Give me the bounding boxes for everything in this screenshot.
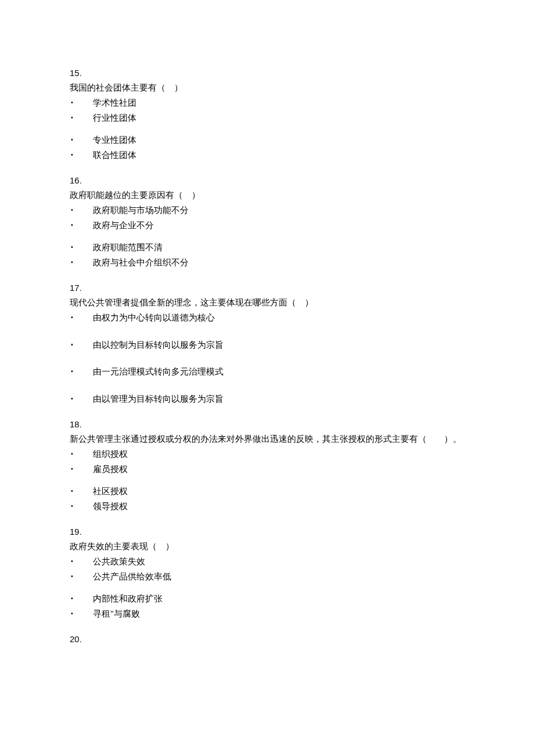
question-stem: 我国的社会团体主要有（ ） xyxy=(70,81,464,95)
bullet-icon: • xyxy=(70,204,74,217)
option-text: 政府职能与市场功能不分 xyxy=(93,204,189,217)
bullet-icon: • xyxy=(70,485,74,498)
question-stem: 新公共管理主张通过授权或分权的办法来对外界做出迅速的反映，其主张授权的形式主要有… xyxy=(70,433,464,446)
question-number: 17. xyxy=(70,282,464,295)
question-block: 18.新公共管理主张通过授权或分权的办法来对外界做出迅速的反映，其主张授权的形式… xyxy=(70,418,464,513)
bullet-icon: • xyxy=(70,311,74,324)
bullet-icon: • xyxy=(70,96,74,109)
bullet-icon: • xyxy=(70,592,74,605)
list-item: •政府与企业不分 xyxy=(70,219,464,232)
list-item: •由以管理为目标转向以服务为宗旨 xyxy=(70,393,464,406)
bullet-icon: • xyxy=(70,570,74,583)
option-list: •由权力为中心转向以道德为核心•由以控制为目标转向以服务为宗旨•由一元治理模式转… xyxy=(70,311,464,405)
question-block: 15.我国的社会团体主要有（ ）•学术性社团•行业性团体•专业性团体•联合性团体 xyxy=(70,67,464,161)
bullet-icon: • xyxy=(70,219,74,232)
question-block: 16.政府职能越位的主要原因有（ ）•政府职能与市场功能不分•政府与企业不分•政… xyxy=(70,174,464,269)
list-item: •公共产品供给效率低 xyxy=(70,570,464,584)
list-item: •领导授权 xyxy=(70,500,464,513)
option-list: •政府职能与市场功能不分•政府与企业不分•政府职能范围不清•政府与社会中介组织不… xyxy=(70,204,464,269)
option-text: 由以控制为目标转向以服务为宗旨 xyxy=(93,339,223,352)
list-item: •政府职能范围不清 xyxy=(70,241,464,254)
question-stem: 政府职能越位的主要原因有（ ） xyxy=(70,189,464,202)
option-text: 寻租"与腐败 xyxy=(93,607,140,621)
option-text: 政府与企业不分 xyxy=(93,219,154,232)
list-item: •专业性团体 xyxy=(70,134,464,147)
option-text: 专业性团体 xyxy=(93,134,136,147)
list-item: •联合性团体 xyxy=(70,149,464,162)
option-list: •学术性社团•行业性团体•专业性团体•联合性团体 xyxy=(70,96,464,161)
question-stem: 现代公共管理者提倡全新的理念，这主要体现在哪些方面（ ） xyxy=(70,296,464,309)
option-text: 由一元治理模式转向多元治理模式 xyxy=(93,365,223,379)
bullet-icon: • xyxy=(70,111,74,124)
bullet-icon: • xyxy=(70,448,74,460)
question-number: 20. xyxy=(70,633,464,646)
document-page: 15.我国的社会团体主要有（ ）•学术性社团•行业性团体•专业性团体•联合性团体… xyxy=(0,0,534,756)
bullet-icon: • xyxy=(70,463,74,476)
bullet-icon: • xyxy=(70,500,74,513)
list-item: •由以控制为目标转向以服务为宗旨 xyxy=(70,339,464,352)
option-text: 由权力为中心转向以道德为核心 xyxy=(93,311,215,325)
bullet-icon: • xyxy=(70,241,74,254)
bullet-icon: • xyxy=(70,134,74,146)
option-text: 雇员授权 xyxy=(93,463,128,476)
list-item: •由一元治理模式转向多元治理模式 xyxy=(70,365,464,379)
list-item: •雇员授权 xyxy=(70,463,464,476)
option-text: 领导授权 xyxy=(93,500,128,513)
option-text: 联合性团体 xyxy=(93,149,136,162)
bullet-icon: • xyxy=(70,339,74,351)
option-list: •公共政策失效•公共产品供给效率低•内部性和政府扩张•寻租"与腐败 xyxy=(70,555,464,620)
option-text: 组织授权 xyxy=(93,448,128,461)
list-item: •公共政策失效 xyxy=(70,555,464,568)
list-item: •行业性团体 xyxy=(70,111,464,125)
option-text: 内部性和政府扩张 xyxy=(93,592,163,606)
list-item: •政府职能与市场功能不分 xyxy=(70,204,464,217)
list-item: •政府与社会中介组织不分 xyxy=(70,256,464,269)
bullet-icon: • xyxy=(70,607,74,620)
option-text: 由以管理为目标转向以服务为宗旨 xyxy=(93,393,223,406)
question-block: 19.政府失效的主要表现（ ）•公共政策失效•公共产品供给效率低•内部性和政府扩… xyxy=(70,525,464,620)
option-text: 公共政策失效 xyxy=(93,555,145,568)
list-item: •学术性社团 xyxy=(70,96,464,110)
option-list: •组织授权•雇员授权•社区授权•领导授权 xyxy=(70,448,464,513)
bullet-icon: • xyxy=(70,256,74,269)
list-item: •组织授权 xyxy=(70,448,464,461)
option-text: 政府职能范围不清 xyxy=(93,241,163,254)
list-item: •内部性和政府扩张 xyxy=(70,592,464,606)
question-list: 15.我国的社会团体主要有（ ）•学术性社团•行业性团体•专业性团体•联合性团体… xyxy=(70,67,464,646)
question-number: 16. xyxy=(70,174,464,188)
bullet-icon: • xyxy=(70,365,74,378)
list-item: •社区授权 xyxy=(70,485,464,498)
option-text: 公共产品供给效率低 xyxy=(93,570,171,584)
option-text: 行业性团体 xyxy=(93,111,136,125)
question-stem: 政府失效的主要表现（ ） xyxy=(70,540,464,553)
question-block: 17.现代公共管理者提倡全新的理念，这主要体现在哪些方面（ ）•由权力为中心转向… xyxy=(70,282,464,405)
bullet-icon: • xyxy=(70,393,74,405)
question-number: 19. xyxy=(70,525,464,539)
option-text: 政府与社会中介组织不分 xyxy=(93,256,189,269)
option-text: 社区授权 xyxy=(93,485,128,498)
question-block: 20. xyxy=(70,633,464,646)
list-item: •寻租"与腐败 xyxy=(70,607,464,621)
bullet-icon: • xyxy=(70,149,74,161)
list-item: •由权力为中心转向以道德为核心 xyxy=(70,311,464,325)
option-text: 学术性社团 xyxy=(93,96,136,110)
bullet-icon: • xyxy=(70,555,74,568)
question-number: 18. xyxy=(70,418,464,431)
question-number: 15. xyxy=(70,67,464,80)
